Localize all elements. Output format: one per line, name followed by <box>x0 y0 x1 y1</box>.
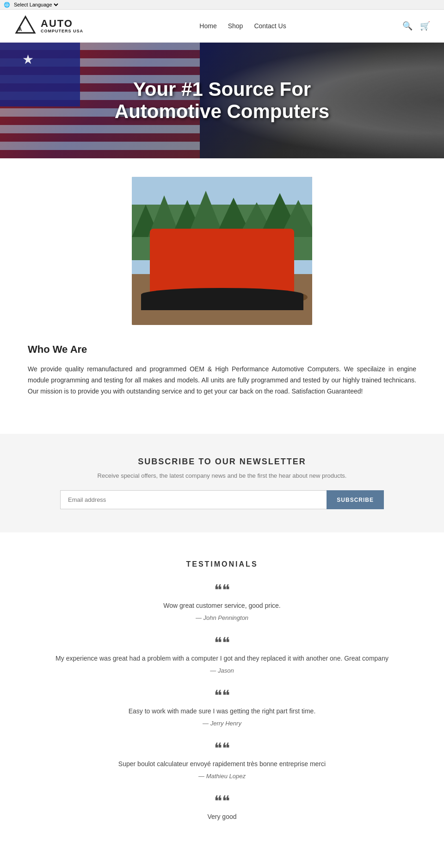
svg-point-18 <box>173 279 201 283</box>
logo-text: AUTO COMPUTERS USA <box>41 18 83 34</box>
svg-rect-24 <box>266 253 273 269</box>
svg-rect-21 <box>238 249 271 272</box>
svg-point-33 <box>193 279 200 286</box>
testimonial-3: ❝❝ Easy to work with made sure I was get… <box>18 688 426 727</box>
svg-point-32 <box>188 274 205 291</box>
svg-point-13 <box>150 276 187 290</box>
newsletter-section: SUBSCRIBE TO OUR NEWSLETTER Receive spec… <box>0 434 444 532</box>
hero-flag-star: ★ <box>22 52 34 67</box>
logo-brand-name: AUTO <box>41 18 83 29</box>
hero-title-line1: Your #1 Source For <box>133 78 311 100</box>
hero-title-line2: Automotive Computers <box>115 100 329 122</box>
svg-point-39 <box>168 252 188 273</box>
car-svg: RUBICON <box>132 177 312 325</box>
who-we-are-heading: Who We Are <box>28 343 416 356</box>
svg-rect-28 <box>270 260 271 264</box>
hero-flag-blue <box>0 43 80 106</box>
quote-icon-3: ❝❝ <box>18 688 426 703</box>
svg-rect-22 <box>197 249 236 269</box>
svg-point-35 <box>239 274 256 291</box>
svg-rect-12 <box>132 274 312 325</box>
testimonial-author-3: — Jerry Henry <box>18 720 426 727</box>
hero-bg: ★ Your #1 Source For Automotive Computer… <box>0 43 444 158</box>
testimonial-text-4: Super boulot calculateur envoyé rapideme… <box>18 759 426 769</box>
language-select[interactable]: Select Language <box>12 1 60 8</box>
main-content: RUBICON Who We Are We provide quality re… <box>0 158 444 863</box>
quote-icon-5: ❝❝ <box>18 793 426 808</box>
translate-icon: 🌐 <box>4 2 10 8</box>
testimonials-section: TESTIMONIALS ❝❝ Wow great customer servi… <box>0 532 444 863</box>
logo-icon: A <box>14 14 37 37</box>
testimonial-1: ❝❝ Wow great customer service, good pric… <box>18 582 426 621</box>
logo[interactable]: A AUTO COMPUTERS USA <box>14 14 83 37</box>
testimonial-text-1: Wow great customer service, good price. <box>18 601 426 611</box>
svg-point-34 <box>234 269 260 295</box>
svg-point-15 <box>250 279 291 292</box>
nav-home[interactable]: Home <box>199 22 216 30</box>
quote-icon-2: ❝❝ <box>18 635 426 650</box>
testimonial-text-5: Very good <box>18 812 426 822</box>
newsletter-heading: SUBSCRIBE TO OUR NEWSLETTER <box>9 457 435 467</box>
svg-rect-27 <box>267 260 269 264</box>
svg-point-41 <box>175 260 181 265</box>
who-we-are-section: Who We Are We provide quality remanufact… <box>0 339 444 415</box>
svg-rect-23 <box>192 239 238 250</box>
svg-text:RUBICON: RUBICON <box>208 265 230 270</box>
quote-icon-4: ❝❝ <box>18 741 426 756</box>
svg-rect-25 <box>267 255 269 258</box>
hero-title: Your #1 Source For Automotive Computers <box>115 78 329 123</box>
search-icon[interactable]: 🔍 <box>402 21 413 31</box>
testimonial-author-2: — Jason <box>18 667 426 674</box>
testimonial-text-3: Easy to work with made sure I was gettin… <box>18 706 426 716</box>
svg-rect-37 <box>201 253 234 279</box>
testimonial-author-4: — Mathieu Lopez <box>18 773 426 780</box>
header-icons: 🔍 🛒 <box>402 21 430 31</box>
svg-rect-30 <box>264 267 273 273</box>
main-nav: Home Shop Contact Us <box>199 22 286 30</box>
car-section: RUBICON <box>0 158 444 339</box>
newsletter-form: SUBSCRIBE <box>60 490 384 509</box>
hero-banner: ★ Your #1 Source For Automotive Computer… <box>0 43 444 158</box>
header: A AUTO COMPUTERS USA Home Shop Contact U… <box>0 10 444 43</box>
svg-point-14 <box>187 287 234 298</box>
nav-contact[interactable]: Contact Us <box>254 22 286 30</box>
svg-point-17 <box>162 273 282 284</box>
svg-rect-20 <box>173 246 271 283</box>
svg-rect-26 <box>270 255 271 258</box>
svg-point-40 <box>172 256 185 269</box>
newsletter-subscribe-button[interactable]: SUBSCRIBE <box>327 490 384 509</box>
translate-bar: 🌐 Select Language <box>0 0 444 10</box>
svg-point-36 <box>244 279 251 286</box>
newsletter-subtitle: Receive special offers, the latest compa… <box>9 472 435 479</box>
svg-point-31 <box>184 269 210 295</box>
svg-rect-2 <box>132 177 312 325</box>
car-image: RUBICON <box>132 177 312 325</box>
logo-sub-title: COMPUTERS USA <box>41 29 83 34</box>
svg-point-19 <box>250 278 273 281</box>
testimonial-4: ❝❝ Super boulot calculateur envoyé rapid… <box>18 741 426 780</box>
nav-shop[interactable]: Shop <box>228 22 243 30</box>
testimonial-2: ❝❝ My experience was great had a problem… <box>18 635 426 674</box>
newsletter-email-input[interactable] <box>60 490 327 509</box>
quote-icon-1: ❝❝ <box>18 582 426 597</box>
svg-text:A: A <box>18 27 22 32</box>
testimonial-5: ❝❝ Very good <box>18 793 426 822</box>
testimonial-text-2: My experience was great had a problem wi… <box>18 654 426 663</box>
testimonial-author-1: — John Pennington <box>18 614 426 621</box>
svg-rect-29 <box>260 251 267 257</box>
testimonials-heading: TESTIMONIALS <box>18 560 426 568</box>
cart-icon[interactable]: 🛒 <box>420 21 430 31</box>
svg-point-16 <box>280 293 308 302</box>
who-we-are-body: We provide quality remanufactured and pr… <box>28 364 416 397</box>
